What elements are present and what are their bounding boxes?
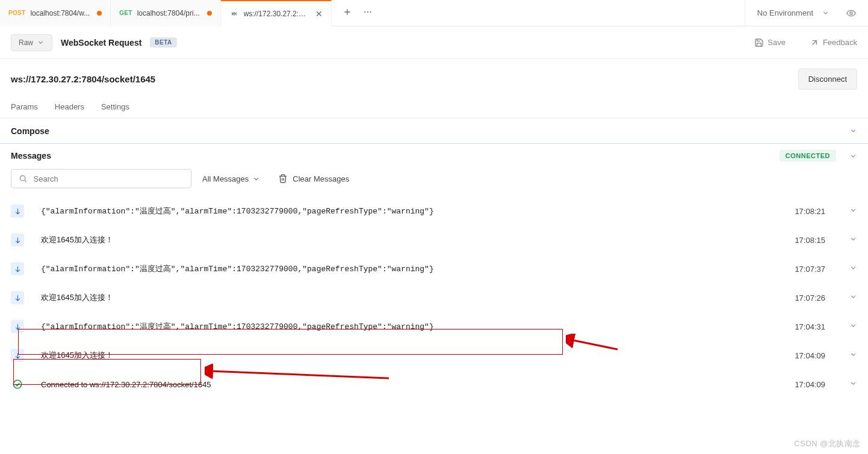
save-icon [754,38,764,48]
message-time: 17:08:15 [787,236,825,245]
unsaved-dot-icon [97,11,102,16]
request-header: Raw WebSocket Request BETA Save Feedback [0,26,868,59]
raw-label: Raw [19,38,33,47]
message-row[interactable]: Connected to ws://172.30.27.2:7804/socke… [0,370,868,399]
arrow-down-icon [11,204,24,218]
filter-label: All Messages [202,174,249,183]
message-time: 17:04:31 [787,322,825,331]
message-body: {"alarmInformation":"温度过高","alarmTime":1… [41,206,770,216]
message-time: 17:08:21 [787,207,825,216]
message-row[interactable]: 欢迎1645加入连接！17:08:15 [0,225,868,254]
chevron-down-icon[interactable] [849,235,857,245]
tab-actions [332,7,745,19]
message-body: {"alarmInformation":"温度过高","alarmTime":1… [41,321,770,332]
message-row[interactable]: 欢迎1645加入连接！17:07:26 [0,283,868,312]
svg-line-5 [25,180,26,182]
search-box[interactable] [11,169,191,188]
method-badge: POST [8,10,25,16]
chevron-down-icon[interactable] [849,206,857,216]
chevron-down-icon[interactable] [849,322,857,331]
svg-point-2 [370,11,371,13]
request-subtabs: Params Headers Settings [0,96,868,118]
environment-label: No Environment [757,8,813,17]
raw-dropdown[interactable]: Raw [11,34,52,51]
chevron-down-icon[interactable] [849,127,857,135]
tab-settings[interactable]: Settings [101,102,129,111]
save-label: Save [767,38,786,47]
message-body: {"alarmInformation":"温度过高","alarmTime":1… [41,263,770,274]
tab-params[interactable]: Params [11,102,38,111]
chevron-down-icon[interactable] [849,152,857,160]
svg-point-0 [364,11,365,13]
message-list: {"alarmInformation":"温度过高","alarmTime":1… [0,197,868,399]
method-badge: GET [119,10,132,16]
connected-badge: CONNECTED [780,150,836,162]
trash-icon [278,174,288,183]
svg-point-4 [20,176,25,180]
tab-0[interactable]: POSTlocalhost:7804/w... [0,0,111,26]
arrow-down-icon [11,233,24,247]
compose-label: Compose [11,126,49,136]
message-body: Connected to ws://172.30.27.2:7804/socke… [41,380,770,389]
ws-icon [229,9,239,19]
arrow-down-icon [11,291,24,304]
beta-badge: BETA [150,37,176,48]
tabs-bar: POSTlocalhost:7804/w...GETlocalhost:7804… [0,0,868,26]
chevron-down-icon[interactable] [849,293,857,302]
chevron-down-icon [37,38,45,46]
message-time: 17:04:09 [787,380,825,389]
unsaved-dot-icon [207,11,212,16]
message-row[interactable]: {"alarmInformation":"温度过高","alarmTime":1… [0,254,868,283]
tab-title: localhost:7804/w... [30,9,90,17]
messages-header: Messages CONNECTED [0,144,868,167]
tab-1[interactable]: GETlocalhost:7804/pri... [111,0,221,26]
arrow-down-icon [11,349,24,362]
chevron-down-icon[interactable] [849,351,857,360]
message-filter-dropdown[interactable]: All Messages [202,174,260,183]
arrow-down-icon [11,320,24,333]
arrow-down-icon [11,262,24,275]
message-body: 欢迎1645加入连接！ [41,350,770,361]
message-row[interactable]: 欢迎1645加入连接！17:04:09 [0,341,868,370]
svg-point-1 [367,11,368,13]
external-link-icon [810,38,819,48]
more-tabs-button[interactable] [363,7,373,19]
message-time: 17:07:26 [787,293,825,302]
message-time: 17:07:37 [787,265,825,274]
close-icon[interactable]: ✕ [315,9,323,19]
request-name: WebSocket Request [61,38,141,48]
tab-title: ws://172.30.27.2:7... [244,10,307,18]
svg-point-12 [13,380,22,388]
message-time: 17:04:09 [787,351,825,360]
search-input[interactable] [34,174,184,183]
chevron-down-icon [252,175,260,183]
message-body: 欢迎1645加入连接！ [41,292,770,303]
search-icon [19,174,28,183]
ws-url[interactable]: ws://172.30.27.2:7804/socket/1645 [11,74,787,84]
feedback-label: Feedback [823,38,857,47]
messages-filter-row: All Messages Clear Messages [0,167,868,197]
tab-2[interactable]: ws://172.30.27.2:7...✕ [221,0,332,26]
clear-label: Clear Messages [293,174,349,183]
message-row[interactable]: {"alarmInformation":"温度过高","alarmTime":1… [0,197,868,225]
eye-icon[interactable] [846,8,856,18]
svg-point-3 [850,12,852,14]
url-row: ws://172.30.27.2:7804/socket/1645 Discon… [0,59,868,96]
messages-title: Messages [11,151,772,161]
message-body: 欢迎1645加入连接！ [41,235,770,245]
compose-section[interactable]: Compose [0,118,868,144]
tab-title: localhost:7804/pri... [137,9,200,17]
environment-selector[interactable]: No Environment [745,0,868,26]
chevron-down-icon[interactable] [849,264,857,274]
connected-icon [11,378,24,391]
chevron-down-icon [822,9,829,17]
clear-messages-button[interactable]: Clear Messages [278,174,349,183]
watermark: CSDN @北执南念 [794,438,861,449]
add-tab-button[interactable] [343,7,352,19]
chevron-down-icon[interactable] [849,379,857,389]
message-row[interactable]: {"alarmInformation":"温度过高","alarmTime":1… [0,312,868,341]
save-button[interactable]: Save [754,38,786,48]
feedback-button[interactable]: Feedback [810,38,857,48]
tab-headers[interactable]: Headers [55,102,84,111]
disconnect-button[interactable]: Disconnect [798,69,857,90]
